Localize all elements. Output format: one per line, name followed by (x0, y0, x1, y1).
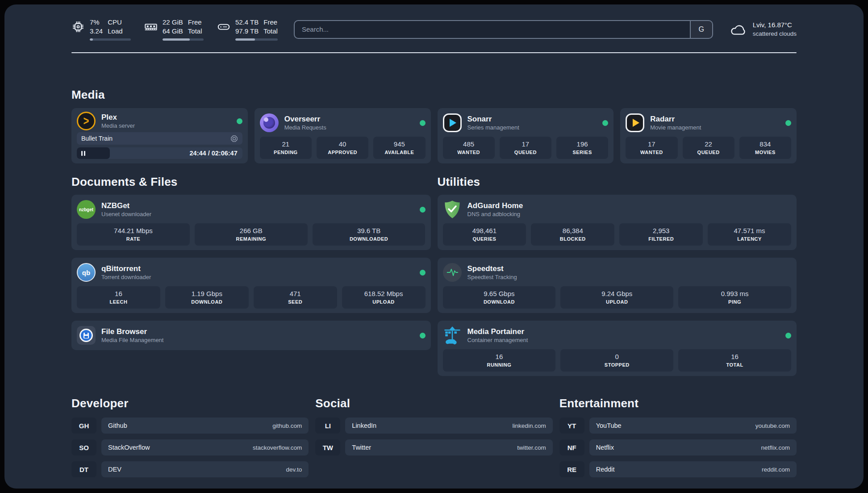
bookmark-youtube[interactable]: YT YouTubeyoutube.com (559, 418, 797, 434)
ram-total-label: Total (188, 27, 202, 36)
bookmark-name: DEV (108, 466, 121, 473)
cpu-load-label: Load (108, 27, 122, 36)
cpu-stat: 7% 3.24 CPU Load (71, 18, 131, 41)
stat-pill: 40APPROVED (317, 137, 368, 159)
app-description: Movie management (650, 124, 701, 132)
bookmark-name: Github (108, 422, 127, 429)
app-name: qBittorrent (101, 264, 151, 274)
header-divider (71, 52, 797, 53)
app-card-radarr[interactable]: Radarr Movie management 17WANTED 22QUEUE… (620, 108, 797, 163)
memory-stat: 22 GiB 64 GiB Free Total (144, 18, 204, 41)
bookmark-stackoverflow[interactable]: SO StackOverflowstackoverflow.com (71, 439, 309, 455)
app-card-sonarr[interactable]: Sonarr Series management 485WANTED 17QUE… (438, 108, 614, 163)
status-online-dot (602, 120, 608, 126)
app-name: Plex (101, 113, 135, 122)
section-title-utilities: Utilities (438, 175, 797, 189)
stat-pill: 39.6 TBDOWNLOADED (313, 223, 426, 246)
app-description: DNS and adblocking (467, 211, 523, 218)
bookmark-domain: reddit.com (762, 466, 790, 473)
app-card-plex[interactable]: > Plex Media server Bullet Train (71, 108, 248, 163)
bookmark-name: Twitter (352, 444, 371, 451)
bookmark-domain: youtube.com (755, 422, 790, 429)
bookmark-abbr: DT (71, 461, 96, 477)
filebrowser-icon (77, 326, 96, 345)
stat-pill: 22QUEUED (683, 137, 734, 159)
stat-pill: 2,953FILTERED (619, 223, 703, 246)
cpu-percent: 7% (90, 18, 103, 27)
cpu-load-value: 3.24 (90, 27, 103, 36)
app-description: Speedtest Tracking (467, 274, 517, 281)
speedtest-icon (443, 263, 462, 282)
stat-pill: 16TOTAL (678, 349, 791, 372)
app-name: AdGuard Home (467, 201, 523, 211)
app-card-speedtest[interactable]: Speedtest Speedtest Tracking 9.65 GbpsDO… (438, 258, 797, 313)
app-card-qbittorrent[interactable]: qb qBittorrent Torrent downloader 16LEEC… (71, 258, 431, 313)
bookmark-domain: dev.to (286, 466, 302, 473)
section-title-entertainment: Entertainment (559, 397, 797, 410)
app-card-portainer[interactable]: Media Portainer Container management 16R… (438, 321, 797, 376)
bookmark-domain: linkedin.com (513, 422, 546, 429)
bookmark-twitter[interactable]: TW Twittertwitter.com (315, 439, 552, 455)
bookmark-name: StackOverflow (108, 444, 150, 451)
app-card-overseerr[interactable]: Overseerr Media Requests 21PENDING 40APP… (255, 108, 431, 163)
bookmark-github[interactable]: GH Githubgithub.com (71, 418, 309, 434)
search-engine-button[interactable]: G (690, 21, 712, 38)
weather-condition: scattered clouds (753, 30, 797, 38)
gear-icon[interactable] (230, 135, 238, 142)
stat-pill: 16LEECH (77, 286, 160, 309)
utilities-column: Utilities AdGuard Home (438, 175, 797, 376)
bookmark-netflix[interactable]: NF Netflixnetflix.com (559, 439, 797, 455)
app-card-adguard[interactable]: AdGuard Home DNS and adblocking 498,461Q… (438, 195, 797, 250)
pause-icon[interactable] (81, 151, 85, 156)
stat-pill: 47.571 msLATENCY (708, 223, 791, 246)
cpu-label: CPU (108, 18, 122, 27)
plex-icon: > (77, 112, 96, 130)
section-title-developer: Developer (71, 397, 309, 410)
bookmark-dev[interactable]: DT DEVdev.to (71, 461, 309, 477)
app-card-nzbget[interactable]: nzbget NZBGet Usenet downloader 744.21 M… (71, 195, 431, 250)
sonarr-icon (443, 113, 462, 132)
app-name: Media Portainer (467, 327, 528, 337)
bookmark-reddit[interactable]: RE Redditreddit.com (559, 461, 797, 477)
section-title-social: Social (315, 397, 552, 410)
stat-pill: 1.19 GbpsDOWNLOAD (165, 286, 249, 309)
cpu-progressbar (90, 38, 131, 41)
app-name: Overseerr (284, 114, 326, 124)
stat-pill: 0.993 msPING (678, 286, 791, 309)
dashboard: 7% 3.24 CPU Load (4, 4, 864, 489)
app-name: Speedtest (467, 264, 517, 274)
stat-pill: 86,384BLOCKED (531, 223, 614, 246)
system-stats: 7% 3.24 CPU Load (71, 18, 278, 41)
media-grid: > Plex Media server Bullet Train (71, 108, 797, 163)
weather-location-temp: Lviv, 16.87°C (753, 21, 797, 29)
search-bar: G (294, 20, 713, 39)
disk-stat: 52.4 TB 97.9 TB Free Total (217, 18, 278, 41)
qbittorrent-icon: qb (77, 263, 96, 282)
bookmark-group-social: Social LI LinkedInlinkedin.com TW Twitte… (315, 397, 552, 461)
playback-elapsed (77, 147, 110, 159)
stat-pill: 17WANTED (626, 137, 677, 159)
section-title-documents: Documents & Files (71, 175, 431, 189)
stat-pill: 9.65 GbpsDOWNLOAD (443, 286, 556, 309)
bookmark-name: Reddit (596, 466, 615, 473)
bookmark-abbr: YT (559, 418, 584, 434)
ram-free-label: Free (188, 18, 202, 27)
overseerr-icon (260, 113, 279, 132)
stat-pill: 0STOPPED (560, 349, 673, 372)
cpu-icon (71, 20, 85, 33)
bookmark-linkedin[interactable]: LI LinkedInlinkedin.com (315, 418, 552, 434)
status-online-dot (420, 207, 426, 213)
stat-pill: 834MOVIES (739, 137, 791, 159)
app-name: NZBGet (101, 201, 151, 211)
stat-pill: 498,461QUERIES (443, 223, 526, 246)
portainer-icon (443, 326, 462, 345)
search-input[interactable] (295, 21, 690, 38)
playback-time: 24:44 / 02:06:47 (190, 150, 242, 157)
bookmark-abbr: SO (71, 439, 96, 455)
playback-progressbar[interactable]: 24:44 / 02:06:47 (77, 147, 242, 159)
stat-pill: 485WANTED (443, 137, 495, 159)
now-playing-bar: Bullet Train (77, 132, 242, 145)
app-description: Usenet downloader (101, 211, 151, 218)
disk-progressbar (235, 38, 278, 41)
app-card-filebrowser[interactable]: File Browser Media File Management (71, 321, 431, 350)
